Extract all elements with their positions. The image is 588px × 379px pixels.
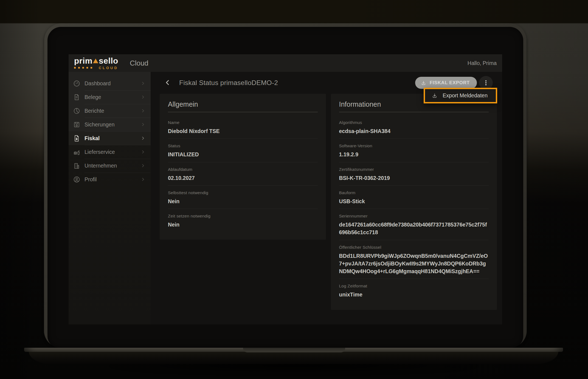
brand-logo-subline: CLOUD [74, 66, 118, 70]
app-body: Dashboard Belege [69, 72, 502, 324]
sidebar-item-label: Fiskal [85, 135, 100, 142]
kebab-menu-icon [482, 79, 489, 86]
chevron-right-icon [140, 81, 146, 86]
download-icon [421, 80, 426, 86]
sidebar: Dashboard Belege [69, 72, 151, 324]
logo-cloud-text: CLOUD [99, 66, 118, 70]
chevron-right-icon [140, 163, 146, 168]
chevron-right-icon [140, 135, 146, 141]
field-status: Status INITIALIZED [168, 138, 318, 162]
download-icon [432, 93, 438, 99]
speedometer-icon [73, 80, 80, 87]
chevron-right-icon [140, 122, 146, 127]
fiskal-export-button[interactable]: FISKAL EXPORT [415, 77, 477, 89]
chevron-right-icon [140, 108, 146, 114]
card-allgemein: Allgemein Name Diebold Nixdorf TSE Statu… [160, 94, 326, 240]
back-button[interactable] [164, 79, 172, 87]
field-list: Name Diebold Nixdorf TSE Status INITIALI… [168, 115, 318, 232]
cards-row: Allgemein Name Diebold Nixdorf TSE Statu… [151, 94, 502, 310]
export-dropdown-highlighted: Export Meldedaten [424, 88, 497, 103]
document-icon [73, 94, 80, 101]
sidebar-item-profil[interactable]: Profil [69, 172, 151, 186]
app-window: prim sello CLOUD Cloud Hallo, Prima [69, 54, 502, 324]
sidebar-item-sicherungen[interactable]: Sicherungen [69, 118, 151, 131]
page-title: Fiskal Status primaselloDEMO-2 [179, 79, 278, 87]
sidebar-item-label: Berichte [85, 108, 104, 114]
sidebar-item-label: Lieferservice [85, 149, 115, 155]
field-software-version: Software-Version 1.19.2.9 [339, 138, 489, 162]
sidebar-item-fiskal[interactable]: Fiskal [69, 131, 151, 145]
field-zeit-setzen: Zeit setzen notwendig Nein [168, 209, 318, 232]
topbar: prim sello CLOUD Cloud Hallo, Prima [69, 54, 502, 72]
file-lock-icon [73, 135, 80, 142]
logo-text-right: sello [99, 57, 118, 65]
field-selbsttest: Selbsttest notwendig Nein [168, 185, 318, 209]
field-list: Algorithmus ecdsa-plain-SHA384 Software-… [339, 115, 489, 302]
fiskal-export-label: FISKAL EXPORT [430, 80, 470, 86]
logo-text-left: prim [74, 57, 92, 65]
menu-item-export-meldedaten[interactable]: Export Meldedaten [425, 89, 496, 102]
field-bauform: Bauform USB-Stick [339, 185, 489, 209]
sidebar-item-label: Profil [85, 176, 97, 183]
floppy-disk-icon [73, 121, 80, 128]
main-content: Fiskal Status primaselloDEMO-2 FISKAL EX… [151, 72, 502, 324]
building-icon [73, 162, 80, 169]
field-log-zeitformat: Log Zeitformat unixTime [339, 279, 489, 302]
laptop-screen-glass: prim sello CLOUD Cloud Hallo, Prima [47, 27, 523, 348]
field-name: Name Diebold Nixdorf TSE [168, 115, 318, 138]
sidebar-item-dashboard[interactable]: Dashboard [69, 77, 151, 90]
field-zertifikatsnummer: Zertifikatsnummer BSI-K-TR-0362-2019 [339, 162, 489, 185]
field-oeffentlicher-schluessel: Öffentlicher Schlüssel BDd1LR8URVPb9giWJ… [339, 240, 489, 279]
sidebar-item-label: Dashboard [85, 80, 111, 87]
user-icon [73, 176, 80, 183]
laptop-base-underside [29, 351, 558, 364]
field-ablaufdatum: Ablaufdatum 02.10.2027 [168, 162, 318, 185]
sidebar-item-belege[interactable]: Belege [69, 90, 151, 104]
chevron-right-icon [140, 177, 146, 182]
brand-logo-wordmark: prim sello [74, 57, 118, 65]
app-name: Cloud [130, 59, 148, 67]
field-algorithmus: Algorithmus ecdsa-plain-SHA384 [339, 115, 489, 138]
sidebar-item-berichte[interactable]: Berichte [69, 104, 151, 118]
user-greeting: Hallo, Prima [468, 60, 497, 66]
sidebar-item-label: Unternehmen [85, 163, 117, 169]
menu-item-label: Export Meldedaten [443, 92, 488, 99]
chevron-right-icon [140, 149, 146, 155]
pie-chart-icon [73, 107, 80, 115]
sidebar-item-label: Belege [85, 94, 101, 100]
card-title: Allgemein [168, 100, 318, 112]
chevron-right-icon [140, 94, 146, 100]
sidebar-item-lieferservice[interactable]: Lieferservice [69, 145, 151, 159]
chevron-left-icon [164, 79, 171, 86]
fast-food-icon [73, 148, 80, 156]
sidebar-item-unternehmen[interactable]: Unternehmen [69, 159, 151, 172]
logo-dots-icon [74, 67, 92, 69]
laptop-hinge-notch [243, 348, 345, 352]
field-seriennummer: Seriennummer de1647261a60cc68f9de7380a20… [339, 209, 489, 240]
laptop-screen-bezel: prim sello CLOUD Cloud Hallo, Prima [44, 23, 527, 348]
card-informationen: Informationen Algorithmus ecdsa-plain-SH… [331, 94, 497, 310]
sidebar-item-label: Sicherungen [85, 121, 115, 128]
brand-logo: prim sello CLOUD [74, 57, 118, 70]
logo-triangle-icon [93, 59, 98, 63]
scene: prim sello CLOUD Cloud Hallo, Prima [0, 0, 588, 379]
